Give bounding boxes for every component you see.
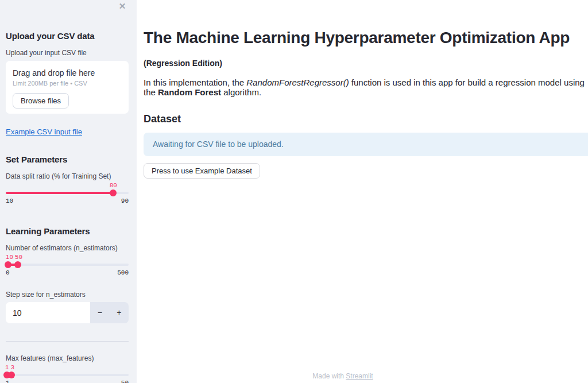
- n-estimators-step-label: Step size for n_estimators: [6, 291, 129, 299]
- slider-min-label: 0: [6, 269, 10, 276]
- decrement-button[interactable]: −: [90, 302, 110, 323]
- intro-text: In this implementation, the: [144, 78, 246, 87]
- split-ratio-label: Data split ratio (% for Training Set): [6, 172, 129, 180]
- slider-thumb[interactable]: [110, 189, 117, 196]
- learning-parameters-heading: Learning Parameters: [6, 226, 129, 236]
- file-uploader-label: Upload your input CSV file: [6, 49, 129, 57]
- page-subtitle: (Regression Edition): [144, 59, 588, 68]
- slider-track[interactable]: [6, 192, 129, 194]
- sidebar-divider: [6, 341, 129, 342]
- sidebar-close-icon[interactable]: ✕: [116, 0, 129, 13]
- slider-low-value: 10: [6, 254, 13, 261]
- slider-high-value: 50: [15, 254, 22, 261]
- n-estimators-step-input-group: − +: [6, 302, 129, 323]
- slider-track[interactable]: [6, 264, 129, 266]
- slider-fill: [6, 192, 113, 194]
- n-estimators-slider[interactable]: 10 50 0 500: [6, 254, 129, 279]
- split-ratio-slider[interactable]: 80 10 90: [6, 182, 129, 207]
- slider-track[interactable]: [6, 374, 129, 376]
- dataset-heading: Dataset: [144, 113, 588, 125]
- n-estimators-label: Number of estimators (n_estimators): [6, 244, 129, 252]
- intro-algorithm-name: Random Forest: [158, 87, 221, 97]
- stepper-buttons: − +: [90, 302, 129, 323]
- example-csv-link[interactable]: Example CSV input file: [6, 127, 82, 136]
- example-dataset-button[interactable]: Press to use Example Dataset: [144, 163, 260, 179]
- browse-files-button[interactable]: Browse files: [13, 93, 69, 109]
- slider-min-label: 1: [6, 380, 10, 383]
- slider-max-label: 500: [117, 269, 129, 276]
- info-alert: Awaiting for CSV file to be uploaded.: [144, 133, 588, 156]
- info-alert-text: Awaiting for CSV file to be uploaded.: [153, 140, 284, 149]
- intro-text: algorithm.: [221, 87, 261, 97]
- file-dropzone[interactable]: Drag and drop file here Limit 200MB per …: [6, 61, 129, 114]
- app-window: ✕ Upload your CSV data Upload your input…: [0, 0, 588, 383]
- sidebar: ✕ Upload your CSV data Upload your input…: [0, 0, 137, 383]
- slider-high-value: 3: [10, 364, 14, 371]
- slider-thumb-low[interactable]: [5, 261, 11, 268]
- intro-function-name: RandomForestRegressor(): [246, 78, 349, 87]
- page-title: The Machine Learning Hyperparameter Opti…: [144, 29, 588, 47]
- dropzone-title: Drag and drop file here: [13, 68, 122, 78]
- slider-value: 80: [110, 182, 117, 189]
- slider-low-value: 1: [5, 364, 9, 371]
- slider-min-label: 10: [6, 198, 13, 204]
- increment-button[interactable]: +: [110, 302, 129, 323]
- slider-max-label: 50: [121, 380, 129, 383]
- dropzone-hint: Limit 200MB per file • CSV: [13, 80, 122, 87]
- max-features-label: Max features (max_features): [6, 354, 129, 362]
- slider-thumb-high[interactable]: [8, 372, 15, 378]
- max-features-slider[interactable]: 1 3 1 50: [6, 364, 129, 383]
- intro-paragraph: In this implementation, the RandomForest…: [144, 78, 588, 97]
- n-estimators-step-input[interactable]: [6, 302, 90, 323]
- upload-section-heading: Upload your CSV data: [6, 31, 129, 41]
- slider-thumb-high[interactable]: [14, 261, 21, 268]
- streamlit-link[interactable]: Streamlit: [346, 372, 373, 380]
- footer: Made with Streamlit: [144, 372, 542, 380]
- set-parameters-heading: Set Parameters: [6, 154, 129, 164]
- slider-max-label: 90: [121, 198, 129, 204]
- footer-text: Made with: [312, 372, 346, 380]
- main-content: The Machine Learning Hyperparameter Opti…: [137, 0, 588, 383]
